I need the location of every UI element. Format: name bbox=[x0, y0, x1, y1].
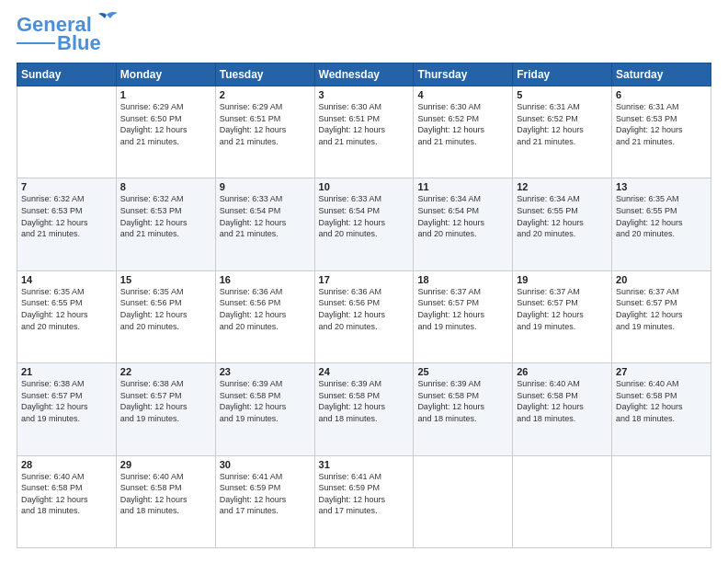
weekday-header-row: SundayMondayTuesdayWednesdayThursdayFrid… bbox=[17, 63, 711, 86]
calendar-cell: 26Sunrise: 6:40 AM Sunset: 6:58 PM Dayli… bbox=[513, 363, 612, 455]
day-number: 25 bbox=[417, 366, 508, 377]
day-number: 19 bbox=[517, 274, 608, 285]
calendar-cell: 5Sunrise: 6:31 AM Sunset: 6:52 PM Daylig… bbox=[513, 86, 612, 178]
day-number: 2 bbox=[220, 89, 311, 100]
day-number: 31 bbox=[319, 459, 410, 470]
day-number: 30 bbox=[220, 459, 311, 470]
day-number: 15 bbox=[120, 274, 211, 285]
calendar-cell: 22Sunrise: 6:38 AM Sunset: 6:57 PM Dayli… bbox=[116, 363, 215, 455]
calendar-cell: 15Sunrise: 6:35 AM Sunset: 6:56 PM Dayli… bbox=[116, 270, 215, 362]
calendar-cell: 14Sunrise: 6:35 AM Sunset: 6:55 PM Dayli… bbox=[17, 270, 117, 362]
logo-bird-icon bbox=[94, 11, 119, 31]
day-content: Sunrise: 6:37 AM Sunset: 6:57 PM Dayligh… bbox=[517, 286, 608, 332]
calendar-cell: 9Sunrise: 6:33 AM Sunset: 6:54 PM Daylig… bbox=[215, 178, 314, 270]
calendar-cell: 6Sunrise: 6:31 AM Sunset: 6:53 PM Daylig… bbox=[612, 86, 711, 178]
day-number: 8 bbox=[120, 181, 211, 192]
week-row-3: 14Sunrise: 6:35 AM Sunset: 6:55 PM Dayli… bbox=[17, 270, 711, 362]
calendar-cell: 20Sunrise: 6:37 AM Sunset: 6:57 PM Dayli… bbox=[612, 270, 711, 362]
calendar-cell: 10Sunrise: 6:33 AM Sunset: 6:54 PM Dayli… bbox=[314, 178, 414, 270]
day-number: 20 bbox=[616, 274, 707, 285]
day-content: Sunrise: 6:40 AM Sunset: 6:58 PM Dayligh… bbox=[616, 378, 707, 424]
day-content: Sunrise: 6:31 AM Sunset: 6:52 PM Dayligh… bbox=[517, 101, 608, 147]
day-number: 26 bbox=[517, 366, 608, 377]
calendar-table: SundayMondayTuesdayWednesdayThursdayFrid… bbox=[17, 63, 711, 548]
day-content: Sunrise: 6:36 AM Sunset: 6:56 PM Dayligh… bbox=[220, 286, 311, 332]
calendar-cell: 13Sunrise: 6:35 AM Sunset: 6:55 PM Dayli… bbox=[612, 178, 711, 270]
day-content: Sunrise: 6:35 AM Sunset: 6:56 PM Dayligh… bbox=[120, 286, 211, 332]
day-content: Sunrise: 6:38 AM Sunset: 6:57 PM Dayligh… bbox=[21, 378, 112, 424]
day-number: 28 bbox=[21, 459, 112, 470]
day-content: Sunrise: 6:34 AM Sunset: 6:54 PM Dayligh… bbox=[417, 193, 508, 239]
day-content: Sunrise: 6:39 AM Sunset: 6:58 PM Dayligh… bbox=[417, 378, 508, 424]
calendar-cell bbox=[513, 455, 612, 547]
calendar-cell: 16Sunrise: 6:36 AM Sunset: 6:56 PM Dayli… bbox=[215, 270, 314, 362]
day-content: Sunrise: 6:38 AM Sunset: 6:57 PM Dayligh… bbox=[120, 378, 211, 424]
day-content: Sunrise: 6:35 AM Sunset: 6:55 PM Dayligh… bbox=[616, 193, 707, 239]
day-number: 7 bbox=[21, 181, 112, 192]
day-content: Sunrise: 6:30 AM Sunset: 6:52 PM Dayligh… bbox=[417, 101, 508, 147]
calendar-cell: 24Sunrise: 6:39 AM Sunset: 6:58 PM Dayli… bbox=[314, 363, 414, 455]
weekday-header-wednesday: Wednesday bbox=[314, 63, 414, 86]
day-content: Sunrise: 6:39 AM Sunset: 6:58 PM Dayligh… bbox=[319, 378, 410, 424]
day-content: Sunrise: 6:41 AM Sunset: 6:59 PM Dayligh… bbox=[220, 471, 311, 517]
weekday-header-thursday: Thursday bbox=[414, 63, 513, 86]
day-number: 16 bbox=[220, 274, 311, 285]
day-number: 27 bbox=[616, 366, 707, 377]
weekday-header-tuesday: Tuesday bbox=[215, 63, 314, 86]
day-number: 23 bbox=[220, 366, 311, 377]
day-number: 21 bbox=[21, 366, 112, 377]
day-content: Sunrise: 6:39 AM Sunset: 6:58 PM Dayligh… bbox=[220, 378, 311, 424]
day-content: Sunrise: 6:32 AM Sunset: 6:53 PM Dayligh… bbox=[21, 193, 112, 239]
calendar-cell: 3Sunrise: 6:30 AM Sunset: 6:51 PM Daylig… bbox=[314, 86, 414, 178]
day-content: Sunrise: 6:32 AM Sunset: 6:53 PM Dayligh… bbox=[120, 193, 211, 239]
calendar-cell: 12Sunrise: 6:34 AM Sunset: 6:55 PM Dayli… bbox=[513, 178, 612, 270]
calendar-cell: 25Sunrise: 6:39 AM Sunset: 6:58 PM Dayli… bbox=[414, 363, 513, 455]
weekday-header-friday: Friday bbox=[513, 63, 612, 86]
day-number: 3 bbox=[319, 89, 410, 100]
day-content: Sunrise: 6:37 AM Sunset: 6:57 PM Dayligh… bbox=[417, 286, 508, 332]
calendar-cell: 1Sunrise: 6:29 AM Sunset: 6:50 PM Daylig… bbox=[116, 86, 215, 178]
day-number: 17 bbox=[319, 274, 410, 285]
week-row-4: 21Sunrise: 6:38 AM Sunset: 6:57 PM Dayli… bbox=[17, 363, 711, 455]
day-content: Sunrise: 6:40 AM Sunset: 6:58 PM Dayligh… bbox=[517, 378, 608, 424]
calendar-cell: 27Sunrise: 6:40 AM Sunset: 6:58 PM Dayli… bbox=[612, 363, 711, 455]
calendar-cell bbox=[414, 455, 513, 547]
day-content: Sunrise: 6:33 AM Sunset: 6:54 PM Dayligh… bbox=[319, 193, 410, 239]
day-number: 10 bbox=[319, 181, 410, 192]
calendar-cell: 7Sunrise: 6:32 AM Sunset: 6:53 PM Daylig… bbox=[17, 178, 117, 270]
calendar-cell: 28Sunrise: 6:40 AM Sunset: 6:58 PM Dayli… bbox=[17, 455, 117, 547]
day-number: 4 bbox=[417, 89, 508, 100]
day-number: 24 bbox=[319, 366, 410, 377]
calendar-cell bbox=[612, 455, 711, 547]
day-number: 12 bbox=[517, 181, 608, 192]
day-content: Sunrise: 6:36 AM Sunset: 6:56 PM Dayligh… bbox=[319, 286, 410, 332]
week-row-2: 7Sunrise: 6:32 AM Sunset: 6:53 PM Daylig… bbox=[17, 178, 711, 270]
calendar-cell: 19Sunrise: 6:37 AM Sunset: 6:57 PM Dayli… bbox=[513, 270, 612, 362]
day-number: 9 bbox=[220, 181, 311, 192]
week-row-5: 28Sunrise: 6:40 AM Sunset: 6:58 PM Dayli… bbox=[17, 455, 711, 547]
day-content: Sunrise: 6:34 AM Sunset: 6:55 PM Dayligh… bbox=[517, 193, 608, 239]
calendar-cell bbox=[17, 86, 117, 178]
day-content: Sunrise: 6:41 AM Sunset: 6:59 PM Dayligh… bbox=[319, 471, 410, 517]
weekday-header-saturday: Saturday bbox=[612, 63, 711, 86]
weekday-header-sunday: Sunday bbox=[17, 63, 117, 86]
calendar-cell: 11Sunrise: 6:34 AM Sunset: 6:54 PM Dayli… bbox=[414, 178, 513, 270]
day-number: 5 bbox=[517, 89, 608, 100]
calendar-cell: 31Sunrise: 6:41 AM Sunset: 6:59 PM Dayli… bbox=[314, 455, 414, 547]
day-content: Sunrise: 6:33 AM Sunset: 6:54 PM Dayligh… bbox=[220, 193, 311, 239]
calendar-cell: 29Sunrise: 6:40 AM Sunset: 6:58 PM Dayli… bbox=[116, 455, 215, 547]
calendar-cell: 8Sunrise: 6:32 AM Sunset: 6:53 PM Daylig… bbox=[116, 178, 215, 270]
day-content: Sunrise: 6:31 AM Sunset: 6:53 PM Dayligh… bbox=[616, 101, 707, 147]
calendar-cell: 2Sunrise: 6:29 AM Sunset: 6:51 PM Daylig… bbox=[215, 86, 314, 178]
day-content: Sunrise: 6:29 AM Sunset: 6:50 PM Dayligh… bbox=[120, 101, 211, 147]
day-content: Sunrise: 6:29 AM Sunset: 6:51 PM Dayligh… bbox=[220, 101, 311, 147]
header: General Blue bbox=[17, 15, 711, 53]
day-content: Sunrise: 6:40 AM Sunset: 6:58 PM Dayligh… bbox=[21, 471, 112, 517]
day-content: Sunrise: 6:35 AM Sunset: 6:55 PM Dayligh… bbox=[21, 286, 112, 332]
day-number: 22 bbox=[120, 366, 211, 377]
day-content: Sunrise: 6:40 AM Sunset: 6:58 PM Dayligh… bbox=[120, 471, 211, 517]
day-number: 11 bbox=[417, 181, 508, 192]
logo-blue: Blue bbox=[57, 33, 101, 53]
day-number: 6 bbox=[616, 89, 707, 100]
calendar-cell: 17Sunrise: 6:36 AM Sunset: 6:56 PM Dayli… bbox=[314, 270, 414, 362]
